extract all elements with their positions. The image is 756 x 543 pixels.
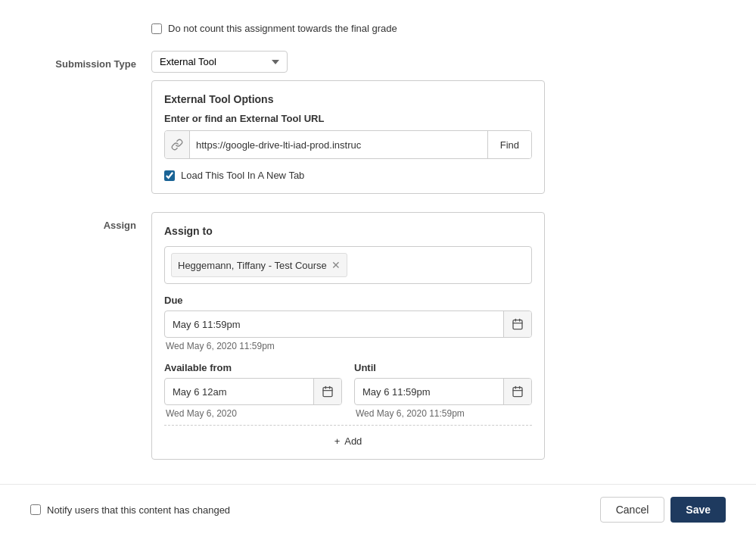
available-from-sub-label: Wed May 6, 2020: [166, 408, 342, 419]
find-button[interactable]: Find: [487, 131, 531, 158]
page-wrapper: Do not count this assignment towards the…: [0, 0, 756, 543]
notify-row: Notify users that this content has chang…: [30, 504, 230, 516]
notify-checkbox[interactable]: [30, 504, 41, 515]
until-label: Until: [354, 362, 532, 373]
available-from-calendar-button[interactable]: [313, 379, 341, 404]
until-input-row: [354, 378, 532, 405]
submission-type-label: Submission Type: [30, 51, 136, 194]
assignee-tag-remove[interactable]: ✕: [331, 260, 341, 270]
load-tab-label: Load This Tool In A New Tab: [181, 170, 304, 181]
top-checkbox-row: Do not count this assignment towards the…: [0, 15, 756, 42]
no-count-label: Do not count this assignment towards the…: [168, 23, 397, 34]
external-tool-title: External Tool Options: [164, 93, 532, 105]
bottom-bar: Notify users that this content has chang…: [0, 484, 756, 535]
save-button[interactable]: Save: [670, 497, 726, 523]
available-from-input[interactable]: [165, 382, 313, 402]
add-button-label: Add: [344, 435, 362, 447]
cancel-button[interactable]: Cancel: [600, 497, 665, 523]
available-from-col: Available from Wed May 6, 2020: [164, 362, 342, 419]
assign-to-title: Assign to: [164, 225, 532, 237]
due-sub-label: Wed May 6, 2020 11:59pm: [166, 341, 532, 351]
bottom-buttons: Cancel Save: [600, 497, 726, 523]
add-plus-icon: +: [334, 435, 341, 447]
load-tab-checkbox[interactable]: [164, 170, 175, 181]
until-sub-label: Wed May 6, 2020 11:59pm: [356, 408, 532, 419]
add-button[interactable]: + Add: [334, 435, 362, 447]
assign-box: Assign to Heggemann, Tiffany - Test Cour…: [151, 212, 545, 460]
assign-row: Assign Assign to Heggemann, Tiffany - Te…: [0, 203, 756, 469]
external-tool-box: External Tool Options Enter or find an E…: [151, 80, 545, 194]
load-tab-row: Load This Tool In A New Tab: [164, 170, 532, 181]
available-from-input-row: [164, 378, 342, 405]
available-row: Available from Wed May 6, 2020: [164, 362, 532, 419]
submission-type-content: External Tool External Tool Options Ente…: [151, 51, 545, 194]
notify-label: Notify users that this content has chang…: [47, 504, 230, 516]
until-calendar-button[interactable]: [503, 379, 531, 404]
due-input-row: [164, 311, 532, 338]
until-input[interactable]: [355, 382, 503, 402]
svg-rect-8: [513, 388, 522, 397]
due-calendar-button[interactable]: [503, 311, 531, 337]
assignee-tag: Heggemann, Tiffany - Test Course ✕: [171, 253, 347, 277]
no-count-checkbox[interactable]: [151, 23, 162, 34]
assign-label: Assign: [30, 212, 136, 460]
link-icon: [165, 131, 190, 158]
submission-type-select[interactable]: External Tool: [151, 51, 288, 73]
add-section: + Add: [164, 425, 532, 447]
available-from-label: Available from: [164, 362, 342, 373]
url-input[interactable]: [190, 135, 487, 155]
url-input-row: Find: [164, 130, 532, 159]
submission-type-row: Submission Type External Tool External T…: [0, 42, 756, 203]
due-label: Due: [164, 295, 532, 306]
assignee-tag-label: Heggemann, Tiffany - Test Course: [178, 260, 327, 271]
until-col: Until Wed May 6, 2020 11:59pm: [354, 362, 532, 419]
svg-rect-0: [513, 320, 522, 329]
svg-rect-4: [323, 388, 332, 397]
tag-input-area[interactable]: Heggemann, Tiffany - Test Course ✕: [164, 246, 532, 284]
external-tool-url-label: Enter or find an External Tool URL: [164, 113, 532, 124]
due-section: Due Wed May 6, 2020 11:59pm: [164, 295, 532, 351]
due-input[interactable]: [165, 314, 503, 335]
